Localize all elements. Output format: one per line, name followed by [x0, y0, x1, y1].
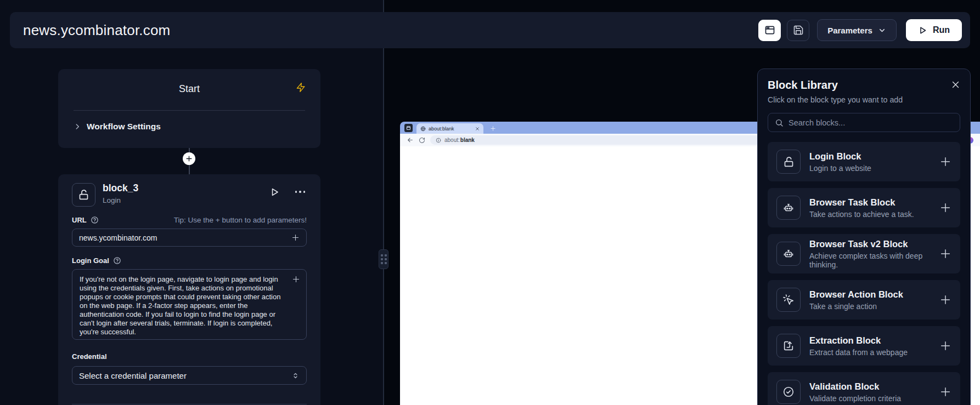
- workflow-settings-label: Workflow Settings: [87, 122, 161, 132]
- list-item-browser-task-block[interactable]: Browser Task Block Take actions to achie…: [768, 188, 960, 227]
- add-block-plus-icon[interactable]: [939, 386, 951, 398]
- credential-field-row: Credential: [72, 352, 307, 361]
- start-block-card[interactable]: Start Workflow Settings: [58, 69, 320, 148]
- new-tab-button[interactable]: [490, 126, 496, 132]
- add-block-plus-icon[interactable]: [939, 340, 951, 352]
- address-scheme: about:: [444, 137, 460, 143]
- block-item-description: Achieve complex tasks with deep thinking…: [809, 252, 939, 269]
- block-item-description: Take a single action: [809, 302, 903, 311]
- refresh-icon[interactable]: [419, 137, 425, 144]
- browser-view-button[interactable]: [758, 20, 781, 41]
- block-item-description: Login to a website: [809, 164, 871, 173]
- tab-search-icon[interactable]: [404, 124, 413, 132]
- back-icon[interactable]: [407, 136, 414, 144]
- cursor-click-icon: [776, 288, 801, 312]
- login-block-card[interactable]: block_3 Login URL Tip: Use the + button …: [58, 174, 320, 405]
- chevron-down-icon: [878, 26, 886, 35]
- globe-icon: [420, 126, 426, 132]
- block-item-title: Extraction Block: [809, 335, 908, 346]
- robot-icon: [776, 242, 801, 266]
- block-item-title: Browser Task Block: [809, 197, 914, 208]
- search-icon: [775, 118, 784, 127]
- resize-grip-handle[interactable]: [379, 249, 388, 269]
- block-item-description: Take actions to achieve a task.: [809, 210, 914, 219]
- lock-icon: [776, 150, 801, 174]
- run-button[interactable]: Run: [906, 19, 962, 41]
- list-item-extraction-block[interactable]: Extraction Block Extract data from a web…: [768, 326, 960, 366]
- credential-label: Credential: [72, 352, 107, 361]
- block-item-title: Validation Block: [809, 381, 901, 392]
- header-actions: Parameters Run: [758, 19, 962, 41]
- lock-open-icon: [78, 189, 89, 201]
- robot-icon: [776, 196, 801, 220]
- panel-resize-divider[interactable]: [383, 0, 384, 405]
- add-block-plus-icon[interactable]: [939, 156, 951, 168]
- panel-top-icon: [764, 25, 775, 36]
- tab-title: about:blank: [429, 126, 472, 132]
- block-item-title: Login Block: [809, 151, 871, 162]
- check-circle-icon: [776, 380, 801, 404]
- chevron-right-icon: [74, 123, 81, 130]
- help-circle-icon[interactable]: [113, 256, 121, 265]
- parameters-button[interactable]: Parameters: [817, 19, 897, 41]
- add-block-plus-icon[interactable]: [939, 294, 951, 306]
- search-input[interactable]: [788, 118, 953, 127]
- url-label: URL: [72, 216, 87, 224]
- add-block-plus-icon[interactable]: [939, 202, 951, 214]
- url-field-row: URL Tip: Use the + button to add paramet…: [72, 216, 307, 224]
- run-label: Run: [933, 25, 950, 35]
- help-circle-icon[interactable]: [91, 216, 99, 224]
- block-item-title: Browser Task v2 Block: [809, 239, 939, 249]
- save-button[interactable]: [787, 20, 809, 41]
- workflow-settings-toggle[interactable]: Workflow Settings: [74, 122, 161, 132]
- add-block-plus-icon[interactable]: [939, 248, 951, 260]
- address-host: blank: [460, 137, 475, 143]
- save-icon: [793, 25, 804, 36]
- credential-select[interactable]: Select a credential parameter: [72, 366, 307, 385]
- divider: [72, 404, 307, 404]
- credential-select-value: Select a credential parameter: [79, 371, 187, 380]
- list-item-browser-action-block[interactable]: Browser Action Block Take a single actio…: [768, 280, 960, 320]
- chevrons-up-down-icon: [291, 372, 300, 380]
- block-item-description: Extract data from a webpage: [809, 348, 908, 357]
- url-input-box: [72, 229, 307, 247]
- login-goal-textarea[interactable]: If you're not on the login page, navigat…: [72, 269, 307, 340]
- parameters-label: Parameters: [827, 26, 872, 35]
- login-goal-label: Login Goal: [72, 256, 109, 265]
- block-list: Login Block Login to a website: [768, 142, 960, 405]
- block-item-description: Validate completion criteria: [809, 394, 901, 403]
- browser-tab[interactable]: about:blank: [416, 123, 483, 134]
- info-icon[interactable]: [436, 138, 441, 143]
- block-library-title: Block Library: [768, 79, 838, 92]
- block-library-panel: Block Library Click on the block type yo…: [757, 69, 971, 405]
- plus-icon: [185, 155, 193, 162]
- block-library-subtitle: Click on the block type you want to add: [768, 95, 960, 104]
- app-window: news.ycombinator.com: [0, 0, 980, 405]
- page-title: news.ycombinator.com: [23, 22, 170, 39]
- add-parameter-plus-icon[interactable]: [291, 233, 300, 242]
- close-tab-icon[interactable]: [475, 127, 480, 131]
- block-name: block_3: [103, 182, 138, 194]
- parameters-tip-text: Tip: Use the + button to add parameters!: [174, 216, 307, 224]
- list-item-browser-task-v2-block[interactable]: Browser Task v2 Block Achieve complex ta…: [768, 234, 960, 273]
- login-goal-field-row: Login Goal: [72, 256, 307, 265]
- start-block-title: Start: [58, 83, 320, 95]
- block-type-label: Login: [103, 196, 121, 204]
- block-library-header: Block Library: [768, 79, 960, 92]
- run-block-button[interactable]: [269, 187, 280, 197]
- close-panel-button[interactable]: [951, 80, 960, 89]
- block-type-icon-box: [72, 183, 95, 207]
- extract-icon: [776, 334, 801, 358]
- list-item-validation-block[interactable]: Validation Block Validate completion cri…: [768, 372, 960, 405]
- play-icon: [918, 26, 927, 35]
- search-box: [768, 113, 960, 132]
- list-item-login-block[interactable]: Login Block Login to a website: [768, 142, 960, 181]
- block-item-title: Browser Action Block: [809, 289, 903, 300]
- header: news.ycombinator.com: [10, 12, 970, 48]
- add-parameter-plus-icon[interactable]: [292, 275, 300, 283]
- divider: [74, 110, 305, 111]
- url-input[interactable]: [79, 233, 291, 242]
- block-more-options-button[interactable]: [295, 191, 306, 193]
- lightning-bolt-icon: [296, 82, 306, 93]
- add-block-button[interactable]: [183, 152, 195, 165]
